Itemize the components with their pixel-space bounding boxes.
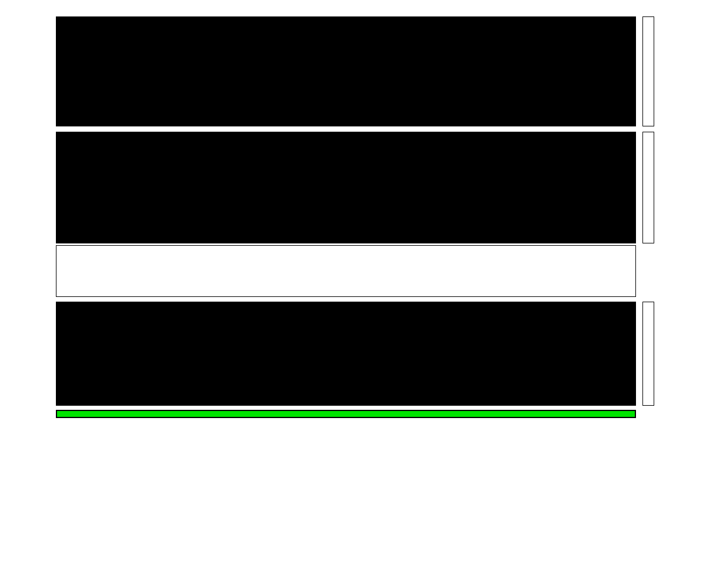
chems-pressure-panel — [56, 16, 636, 126]
intensity-colorbar — [642, 302, 654, 406]
lemms-pressure-panel — [56, 132, 636, 243]
lemms-ions-panel — [56, 302, 636, 406]
sunlight-bar — [56, 410, 636, 418]
pressure-lineplot-panel — [56, 245, 636, 297]
pressure-colorbar-1 — [642, 16, 654, 126]
ions-spectrogram-canvas — [56, 302, 636, 406]
pressure-lineplot-canvas — [56, 246, 635, 296]
chems-spectrogram-canvas — [56, 16, 636, 126]
pressure-colorbar-2 — [642, 132, 654, 243]
lemms-spectrogram-canvas — [56, 132, 636, 243]
figure-canvas — [0, 0, 706, 588]
